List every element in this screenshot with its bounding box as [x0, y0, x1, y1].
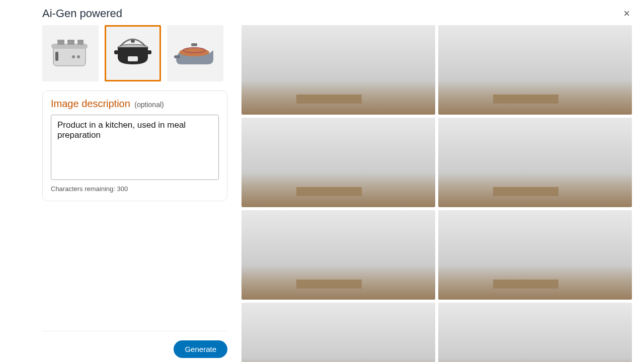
result-image[interactable] [242, 25, 435, 115]
modal-header: Ai-Gen powered × [0, 0, 644, 25]
description-panel: Image description (optional) Characters … [42, 90, 227, 201]
svg-rect-10 [128, 56, 138, 61]
result-image[interactable] [438, 25, 632, 115]
svg-rect-16 [174, 55, 180, 58]
result-image[interactable] [242, 118, 435, 207]
counter-prefix: Characters remaining: [51, 185, 117, 193]
svg-rect-2 [57, 40, 64, 45]
thumb-slow-cooker[interactable] [105, 25, 161, 81]
svg-rect-3 [67, 40, 74, 45]
counter-value: 300 [117, 185, 128, 193]
svg-rect-12 [147, 50, 151, 54]
result-image[interactable] [242, 303, 435, 362]
svg-rect-15 [191, 43, 197, 46]
skillet-icon [173, 39, 217, 67]
generate-button[interactable]: Generate [174, 340, 227, 358]
slow-cooker-icon [111, 35, 154, 71]
char-counter: Characters remaining: 300 [51, 185, 219, 193]
svg-rect-7 [55, 52, 58, 61]
modal-title: Ai-Gen powered [42, 7, 122, 20]
thumb-toaster[interactable] [42, 25, 99, 81]
modal-body: Image description (optional) Characters … [0, 25, 644, 362]
svg-point-6 [77, 55, 80, 58]
results-panel [242, 25, 644, 362]
product-thumbnails [42, 25, 227, 81]
svg-rect-11 [114, 50, 118, 54]
close-icon[interactable]: × [623, 8, 630, 19]
svg-rect-4 [77, 40, 84, 45]
results-grid [242, 25, 632, 362]
result-image[interactable] [438, 118, 632, 207]
footer-actions: Generate [42, 331, 227, 362]
description-input[interactable] [51, 115, 219, 180]
left-panel: Image description (optional) Characters … [0, 25, 242, 362]
ai-gen-modal: Ai-Gen powered × [0, 0, 644, 362]
result-image[interactable] [438, 210, 632, 300]
svg-point-5 [72, 55, 75, 58]
svg-point-9 [131, 40, 135, 43]
thumb-electric-skillet[interactable] [167, 25, 223, 81]
result-image[interactable] [242, 210, 435, 300]
toaster-icon [50, 37, 91, 70]
description-optional: (optional) [134, 101, 164, 109]
description-title: Image description [51, 98, 130, 109]
result-image[interactable] [438, 303, 632, 362]
